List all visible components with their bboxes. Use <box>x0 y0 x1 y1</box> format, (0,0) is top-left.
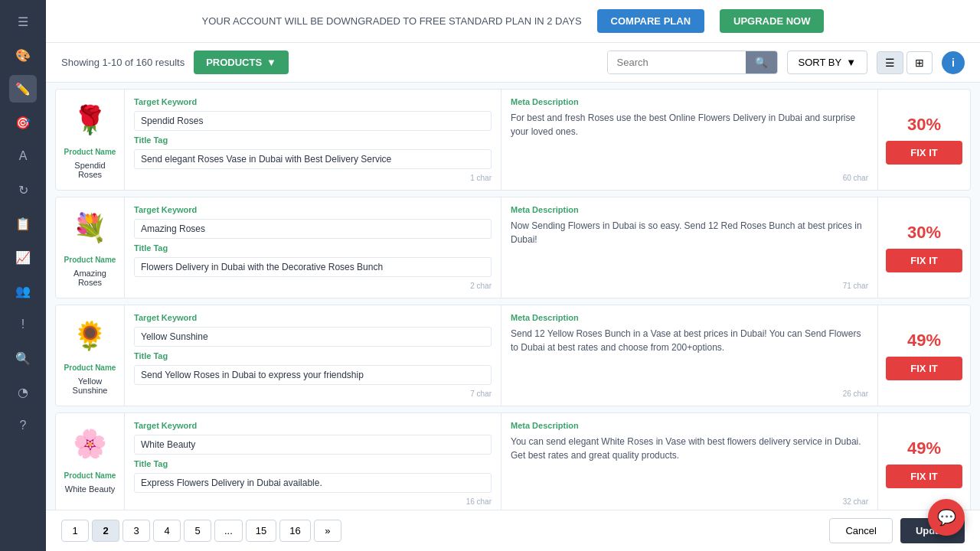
meta-description-label: Meta Description <box>511 421 868 430</box>
meta-char-count: 60 char <box>511 174 868 182</box>
page-next-button[interactable]: » <box>314 520 341 542</box>
page-15-button[interactable]: 15 <box>246 520 276 542</box>
fix-it-button[interactable]: FIX IT <box>886 141 962 165</box>
sidebar-target-icon[interactable]: 🎯 <box>9 109 37 136</box>
list-view-button[interactable]: ☰ <box>877 51 903 74</box>
product-image-col: 🌹 Product Name Spendid Roses <box>56 90 125 190</box>
table-row: 💐 Product Name Amazing Roses Target Keyw… <box>55 197 971 298</box>
search-button[interactable]: 🔍 <box>746 51 777 73</box>
sort-by-button[interactable]: SORT BY ▼ <box>787 51 867 74</box>
meta-char-count: 71 char <box>511 282 868 290</box>
sidebar-refresh-icon[interactable]: ↻ <box>9 176 37 204</box>
page-1-button[interactable]: 1 <box>61 520 89 542</box>
page-3-button[interactable]: 3 <box>122 520 150 542</box>
title-tag-value: Express Flowers Delivery in Dubai availa… <box>134 473 492 493</box>
score-col: 30% FIX IT <box>878 90 970 190</box>
sidebar-pie-icon[interactable]: ◔ <box>9 378 37 406</box>
products-list: 🌹 Product Name Spendid Roses Target Keyw… <box>46 83 980 510</box>
sidebar-alert-icon[interactable]: ! <box>9 311 37 338</box>
view-toggle: ☰ ⊞ <box>877 51 933 74</box>
target-keyword-label: Target Keyword <box>134 421 492 430</box>
chat-bubble-button[interactable]: 💬 <box>928 499 965 536</box>
meta-description-label: Meta Description <box>511 205 868 214</box>
product-image: 🌹 <box>67 97 113 143</box>
fix-it-button[interactable]: FIX IT <box>886 357 962 380</box>
score-percentage: 30% <box>907 115 941 135</box>
meta-col: Meta Description Send 12 Yellow Roses Bu… <box>501 305 878 406</box>
sidebar-palette-icon[interactable]: 🎨 <box>9 41 37 69</box>
keyword-col: Target Keyword White Beauty Title Tag Ex… <box>125 413 501 510</box>
target-keyword-value: Amazing Roses <box>134 219 492 239</box>
table-row: 🌻 Product Name Yellow Sunshine Target Ke… <box>55 305 971 406</box>
product-name-label: Product Name <box>64 471 116 480</box>
meta-char-count: 32 char <box>511 497 868 506</box>
upgrade-now-button[interactable]: UPGRADE NOW <box>720 9 824 33</box>
product-name-label: Product Name <box>64 148 116 156</box>
pagination-bar: 1 2 3 4 5 ... 15 16 » Cancel Update <box>46 510 980 551</box>
score-percentage: 49% <box>907 331 941 350</box>
sidebar-text-icon[interactable]: A <box>9 142 37 170</box>
sidebar-users-icon[interactable]: 👥 <box>9 277 37 305</box>
score-percentage: 30% <box>907 223 941 243</box>
toolbar: Showing 1-10 of 160 results PRODUCTS ▼ 🔍… <box>46 43 980 83</box>
sidebar-edit-icon[interactable]: ✏️ <box>9 75 37 103</box>
page-ellipsis: ... <box>214 520 243 542</box>
title-tag-label: Title Tag <box>134 351 492 360</box>
chevron-down-icon: ▼ <box>266 57 276 68</box>
title-tag-label: Title Tag <box>134 243 492 253</box>
title-tag-value: Flowers Delivery in Dubai with the Decor… <box>134 257 492 277</box>
target-keyword-value: Yellow Sunshine <box>134 327 492 347</box>
products-dropdown-button[interactable]: PRODUCTS ▼ <box>194 51 289 74</box>
compare-plan-button[interactable]: COMPARE PLAN <box>597 9 704 33</box>
title-tag-value: Send elegant Roses Vase in Dubai with Be… <box>134 149 492 169</box>
info-button[interactable]: i <box>942 51 965 74</box>
target-keyword-label: Target Keyword <box>134 205 492 214</box>
title-char-count: 1 char <box>134 174 492 182</box>
product-name-value: Amazing Roses <box>64 269 116 287</box>
title-tag-value: Send Yellow Roses in Dubai to express yo… <box>134 365 492 385</box>
meta-description-label: Meta Description <box>511 313 868 322</box>
product-image-col: 🌸 Product Name White Beauty <box>56 413 125 510</box>
product-name-label: Product Name <box>64 364 116 372</box>
page-16-button[interactable]: 16 <box>279 520 310 542</box>
page-2-button[interactable]: 2 <box>92 520 119 542</box>
sidebar-menu-icon[interactable]: ☰ <box>9 8 37 35</box>
target-keyword-label: Target Keyword <box>134 97 492 106</box>
meta-col: Meta Description Now Sending Flowers in … <box>501 197 878 298</box>
table-row: 🌹 Product Name Spendid Roses Target Keyw… <box>55 89 971 191</box>
cancel-button[interactable]: Cancel <box>829 518 892 543</box>
sidebar-chart-icon[interactable]: 📈 <box>9 243 37 271</box>
grid-view-button[interactable]: ⊞ <box>906 51 933 74</box>
title-char-count: 7 char <box>134 390 492 398</box>
meta-description-text: You can send elegant White Roses in Vase… <box>511 435 868 493</box>
page-4-button[interactable]: 4 <box>153 520 181 542</box>
title-tag-label: Title Tag <box>134 135 492 145</box>
top-banner: YOUR ACCOUNT WILL BE DOWNGRADED TO FREE … <box>46 0 980 43</box>
table-row: 🌸 Product Name White Beauty Target Keywo… <box>55 412 971 510</box>
product-image: 🌻 <box>67 313 113 359</box>
target-keyword-value: Spendid Roses <box>134 111 492 131</box>
search-input[interactable] <box>608 51 746 73</box>
product-name-value: Spendid Roses <box>64 161 116 179</box>
sidebar-search-icon[interactable]: 🔍 <box>9 344 37 372</box>
score-col: 49% FIX IT <box>878 413 970 510</box>
main-content: YOUR ACCOUNT WILL BE DOWNGRADED TO FREE … <box>46 0 980 551</box>
meta-description-text: Now Sending Flowers in Dubai is so easy.… <box>511 219 868 277</box>
score-col: 49% FIX IT <box>878 305 970 406</box>
product-name-value: Yellow Sunshine <box>64 377 116 395</box>
meta-description-label: Meta Description <box>511 97 868 106</box>
product-image: 🌸 <box>67 421 113 467</box>
title-char-count: 16 char <box>134 497 492 506</box>
fix-it-button[interactable]: FIX IT <box>886 465 962 488</box>
results-count: Showing 1-10 of 160 results <box>61 57 185 68</box>
target-keyword-label: Target Keyword <box>134 313 492 322</box>
page-5-button[interactable]: 5 <box>184 520 211 542</box>
keyword-col: Target Keyword Spendid Roses Title Tag S… <box>125 90 501 190</box>
product-name-label: Product Name <box>64 256 116 264</box>
sidebar-help-icon[interactable]: ? <box>9 412 37 439</box>
title-tag-label: Title Tag <box>134 459 492 468</box>
fix-it-button[interactable]: FIX IT <box>886 249 962 272</box>
sidebar-report-icon[interactable]: 📋 <box>9 210 37 237</box>
search-wrapper: 🔍 <box>607 51 778 74</box>
product-name-value: White Beauty <box>65 484 115 494</box>
